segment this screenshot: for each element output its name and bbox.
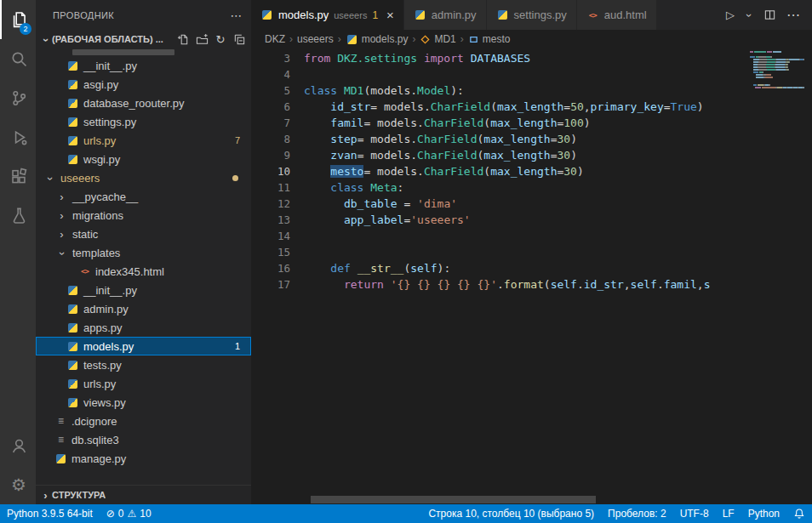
selected-text: mesto [330,165,363,178]
code-line[interactable]: 12 db_table = 'dima' [251,196,750,212]
tree-item-useeers[interactable]: ›useeers [36,168,251,187]
editor-more-actions-icon[interactable]: ⋯ [786,7,800,23]
code-line[interactable]: 15 [251,244,750,260]
tree-item-static[interactable]: ›static [36,225,251,243]
tab-aud-html[interactable]: <>aud.html [577,0,657,30]
code-line[interactable]: 5class MD1(models.Model): [251,82,750,99]
code-token [351,262,357,275]
python-version-label: Python 3.9.5 64-bit [7,508,93,520]
tree-item-pycache[interactable]: ›__pycache__ [36,187,251,206]
outline-section-header[interactable]: › СТРУКТУРА [36,485,251,504]
minimap[interactable] [750,48,804,504]
editor[interactable]: 3from DKZ.settings import DATABASES45cla… [251,48,812,504]
activity-item-testing[interactable] [0,196,36,235]
cursor-position[interactable]: Строка 10, столбец 10 (выбрано 5) [421,508,601,520]
line-number: 15 [251,244,290,260]
activity-item-account[interactable] [0,426,36,465]
code-line[interactable]: 10 mesto= models.CharField(max_length=30… [251,163,750,179]
indentation[interactable]: Пробелов: 2 [601,508,673,520]
code-line[interactable]: 13 app_label='useeers' [251,212,750,228]
run-dropdown-icon[interactable]: › [744,11,755,20]
new-folder-icon[interactable] [195,32,209,46]
tree-item-templates[interactable]: ›templates [36,243,251,262]
activity-item-extensions[interactable] [0,156,36,196]
breadcrumb-item-md1[interactable]: MD1 [420,33,455,45]
horizontal-scrollbar[interactable] [311,496,596,503]
run-button[interactable]: ▷ [726,9,735,21]
notifications-bell-icon[interactable] [786,508,812,520]
code-line[interactable]: 17 return '{} {} {} {} {}'.format(self.i… [251,276,750,293]
code-line[interactable]: 11 class Meta: [251,179,750,196]
tree-item-settings-py[interactable]: settings.py [36,112,251,131]
code-text: zvan= models.CharField(max_length=30) [290,147,577,163]
tree-item-urls-py[interactable]: urls.py [36,374,251,393]
line-number: 14 [251,228,290,244]
tree-item-init-py[interactable]: __init__.py [36,281,251,299]
minimap-line [750,74,804,76]
problems-status[interactable]: ⊘ 0 ⚠ 10 [100,504,158,523]
activity-item-settings[interactable]: ⚙ [0,465,36,504]
code-token: models [370,133,410,145]
language-mode[interactable]: Python [741,508,786,520]
code-token [330,52,337,65]
more-actions-icon[interactable]: ⋯ [231,9,243,22]
activity-item-run-debug[interactable] [0,117,36,156]
tree-item-label: __pycache__ [72,190,138,203]
code-line[interactable]: 16 def __str__(self): [251,260,750,276]
code-line[interactable]: 3from DKZ.settings import DATABASES [251,50,750,66]
python-version[interactable]: Python 3.9.5 64-bit [0,504,100,523]
encoding[interactable]: UTF-8 [673,508,716,520]
code-token: . [497,278,504,291]
code-line[interactable]: 9 zvan= models.CharField(max_length=30) [251,147,750,163]
tree-item-manage-py[interactable]: manage.py [36,449,251,468]
tree-item-index345-html[interactable]: <>index345.html [36,262,251,281]
activity-item-source-control[interactable] [0,78,36,117]
code-token: CharField [417,149,477,162]
tab-settings-py[interactable]: settings.py [487,0,577,30]
eol[interactable]: LF [716,508,741,520]
line-number: 9 [251,147,290,163]
tree-item-asgi-py[interactable]: asgi.py [36,75,251,94]
tree-item-database-roouter-py[interactable]: database_roouter.py [36,94,251,112]
code-token: 'useeers' [410,213,470,226]
tree-item-tests-py[interactable]: tests.py [36,355,251,374]
tab-admin-py[interactable]: admin.py [404,0,487,30]
tree-item-label: admin.py [83,303,129,316]
code-line[interactable]: 8 step= models.CharField(max_length=30) [251,131,750,147]
tree-item-wsgi-py[interactable]: wsgi.py [36,150,251,168]
editor-actions: ▷ › ⋯ [714,0,812,30]
code-line[interactable]: 14 [251,228,750,244]
breadcrumb-item-mesto[interactable]: mesto [468,33,511,45]
breadcrumb-item-models-py[interactable]: models.py [346,33,409,45]
tab-models-py[interactable]: models.pyuseeers1× [251,0,404,30]
close-icon[interactable]: × [386,8,394,22]
breadcrumb-item-useeers[interactable]: useeers [297,33,334,45]
workspace-section-header[interactable]: › (РАБОЧАЯ ОБЛАСТЬ) ... ↻ [36,30,251,48]
code-token: = [397,197,417,210]
collapse-all-icon[interactable] [232,32,246,46]
code-line[interactable]: 6 id_str= models.CharField(max_length=50… [251,99,750,115]
line-number: 13 [251,212,290,228]
tree-item-dcignore[interactable]: ≡.dcignore [36,412,251,430]
tree-item-admin-py[interactable]: admin.py [36,299,251,318]
activity-item-search[interactable] [0,39,36,78]
tree-item-urls-py[interactable]: urls.py7 [36,131,251,150]
activity-item-explorer[interactable]: 2 [0,0,36,39]
breadcrumb-item-dkz[interactable]: DKZ [265,33,285,45]
tree-item-init-py[interactable]: __init__.py [36,56,251,75]
code-token: ) [570,133,577,145]
code-line[interactable]: 7 famil= models.CharField(max_length=100… [251,115,750,131]
code-token: = [370,100,384,113]
tree-item-models-py[interactable]: models.py1 [36,337,251,355]
tree-item-migrations[interactable]: ›migrations [36,206,251,225]
tree-item-label: settings.py [83,116,136,128]
code-area[interactable]: 3from DKZ.settings import DATABASES45cla… [251,48,750,504]
tree-item-views-py[interactable]: views.py [36,393,251,412]
code-line[interactable]: 4 [251,66,750,82]
new-file-icon[interactable] [176,32,190,46]
code-token: ) [570,149,577,162]
tree-item-apps-py[interactable]: apps.py [36,318,251,337]
refresh-icon[interactable]: ↻ [214,32,227,46]
tree-item-db-sqlite3[interactable]: ≡db.sqlite3 [36,430,251,449]
split-editor-icon[interactable] [763,9,776,21]
